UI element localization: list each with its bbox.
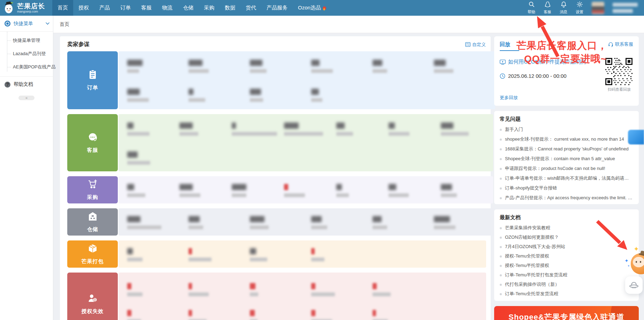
blurred-stat — [373, 216, 434, 229]
category-stats-授权失效 — [118, 273, 486, 320]
brand-logo[interactable]: 芒果店长 mangoerp.com — [0, 0, 52, 16]
nav-item-客服[interactable]: 客服 — [136, 0, 157, 16]
category-stats-订单 — [118, 51, 495, 109]
question-icon: ? — [5, 82, 10, 88]
nav-action-设置[interactable]: 设置 — [576, 1, 583, 15]
doc-item[interactable]: 芒果采集插件安装教程 — [500, 223, 633, 232]
doc-item[interactable]: 订单-Temu全托管发货流程 — [500, 289, 633, 298]
top-navbar: 芒果店长 mangoerp.com 首页授权产品订单客服物流仓储采购数据货代产品… — [0, 0, 644, 16]
clipboard-icon — [87, 69, 98, 84]
category-block-芒果打包[interactable]: 芒果打包 — [67, 240, 118, 268]
right-column: 回放 联系客服 如何用OZON轻小件提高产品利润 2025.06.12 00:0… — [494, 36, 639, 320]
doc-item[interactable]: 订单-Temu半托管打包发货流程 — [500, 270, 633, 280]
assistant-hat-button[interactable] — [625, 276, 643, 294]
nav-item-产品服务[interactable]: 产品服务 — [261, 0, 293, 16]
left-sidebar: 快捷菜单 快捷菜单管理Lazada产品刊登AE美国POP在线产品 ? 帮助文档 … — [0, 16, 53, 320]
faq-item[interactable]: 新手入门 — [500, 125, 633, 134]
blurred-stat — [232, 122, 284, 136]
blurred-stat — [434, 216, 495, 229]
doc-item[interactable]: 代打包采购操作说明（新） — [500, 280, 633, 289]
category-block-仓储[interactable]: 仓储 — [67, 208, 118, 236]
blurred-stat — [373, 60, 434, 73]
nav-item-产品[interactable]: 产品 — [94, 0, 115, 16]
main-menu: 首页授权产品订单客服物流仓储采购数据货代产品服务Ozon选品 — [52, 0, 332, 16]
shopee-entry-banner[interactable]: Shopee&芒果专属绿色入驻通道 — [494, 306, 639, 320]
username-blurred[interactable] — [613, 3, 638, 13]
sidebar-item-快捷菜单管理[interactable]: 快捷菜单管理 — [0, 34, 53, 47]
nav-item-首页[interactable]: 首页 — [52, 0, 73, 16]
category-block-客服[interactable]: 客服 — [67, 114, 118, 171]
sidebar-quick-menu-header[interactable]: 快捷菜单 — [0, 16, 53, 32]
contact-support-link[interactable]: 联系客服 — [608, 41, 633, 47]
faq-item[interactable]: Shopee全球-刊登提示：contain more than 5 attr_v… — [500, 154, 633, 164]
doc-item[interactable]: OZON店铺如何更新授权？ — [500, 232, 633, 242]
faq-item[interactable]: 申请跟踪号提示：product hsCode can not be null! — [500, 164, 633, 173]
brand-subtitle: mangoerp.com — [17, 10, 45, 13]
mango-mascot-widget[interactable]: ✦ ✦ ✦ — [625, 251, 644, 275]
category-row-授权失效: 授权失效 — [67, 273, 486, 320]
more-replays-link[interactable]: 更多回放 — [500, 95, 518, 101]
blurred-stat — [127, 122, 179, 136]
category-block-采购[interactable]: 采购 — [67, 176, 118, 203]
blurred-stat — [189, 248, 250, 261]
sidebar-item-AE美国POP在线产品[interactable]: AE美国POP在线产品 — [0, 60, 53, 74]
blurred-stat — [389, 122, 441, 136]
avatar[interactable] — [592, 2, 604, 14]
banner-text: Shopee&芒果专属绿色入驻通道 — [508, 312, 624, 320]
nav-item-Ozon选品[interactable]: Ozon选品 — [293, 0, 332, 16]
page-title: 卖家参谋 — [67, 41, 90, 48]
nav-item-采购[interactable]: 采购 — [199, 0, 220, 16]
blurred-stat — [311, 89, 373, 102]
sparkle-icon: ✦ — [624, 258, 629, 263]
category-block-订单[interactable]: 订单 — [67, 51, 118, 109]
category-block-授权失效[interactable]: 授权失效 — [67, 273, 118, 320]
doc-item[interactable]: 7月4日OZON线下大会-苏州站 — [500, 242, 633, 251]
nav-item-数据[interactable]: 数据 — [220, 0, 240, 16]
category-row-芒果打包: 芒果打包 — [67, 240, 486, 268]
faq-item[interactable]: 订单-申请单号提示：wish邮路向不支持此邮编，法属岛屿请选择对... — [500, 173, 633, 183]
nav-action-帮助[interactable]: 帮助 — [528, 1, 535, 15]
sparkle-icon: ✦ — [634, 246, 639, 252]
seller-advisor-panel: 卖家参谋 自定义 订单客服采购仓储芒果打包授权失效 — [60, 36, 491, 320]
faq-title: 常见问题 — [500, 116, 633, 122]
quick-menu-title: 快捷菜单 — [14, 21, 46, 27]
faq-item[interactable]: 产品-产品刊登提示：Api access frequency exceeds t… — [500, 193, 633, 203]
latest-docs-card: 最新文档 芒果采集插件安装教程OZON店铺如何更新授权？7月4日OZON线下大会… — [494, 209, 639, 301]
mango-logo-icon — [3, 1, 15, 15]
blurred-stat — [311, 310, 373, 320]
cart-icon — [87, 179, 98, 194]
nav-item-仓储[interactable]: 仓储 — [178, 0, 199, 16]
blurred-stat — [189, 216, 250, 229]
nav-item-授权[interactable]: 授权 — [73, 0, 94, 16]
doc-item[interactable]: 授权-Temu全托管授权 — [500, 251, 633, 261]
person-alert-icon — [87, 293, 98, 308]
search-icon — [528, 1, 535, 9]
nav-action-客服[interactable]: 客服 — [544, 1, 551, 15]
nav-item-货代[interactable]: 货代 — [240, 0, 261, 16]
blurred-stat — [189, 60, 250, 73]
nav-item-物流[interactable]: 物流 — [157, 0, 178, 16]
qq-floating-widget[interactable] — [628, 130, 644, 144]
customize-button[interactable]: 自定义 — [465, 42, 486, 48]
sidebar-item-help-docs[interactable]: ? 帮助文档 — [0, 76, 53, 92]
blurred-stat — [434, 60, 495, 73]
faq-item[interactable]: 订单-shopify提交平台报错 — [500, 183, 633, 193]
category-stats-采购 — [118, 176, 493, 203]
faq-item[interactable]: 1688采集提示：Cannot read property 'skuProps'… — [500, 144, 633, 154]
faq-item[interactable]: shopee全球-刊登提示： current value xxx, no mor… — [500, 134, 633, 144]
doc-item[interactable]: 授权-Temu半托管授权 — [500, 261, 633, 270]
navbar-right: 帮助客服消息设置 — [528, 0, 644, 16]
blurred-stat — [127, 310, 189, 320]
bell-icon — [560, 1, 567, 9]
blurred-stat — [127, 216, 189, 229]
annotation-line2: QQ群一定要进哦~ — [524, 52, 607, 66]
blurred-stat — [284, 122, 336, 136]
category-row-订单: 订单 — [67, 51, 486, 109]
blurred-stat — [250, 89, 311, 102]
blurred-stat — [127, 248, 189, 261]
nav-item-订单[interactable]: 订单 — [115, 0, 136, 16]
sidebar-collapse-button[interactable]: « — [18, 96, 34, 100]
nav-action-消息[interactable]: 消息 — [560, 1, 567, 15]
category-stats-客服 — [118, 114, 493, 171]
sidebar-item-Lazada产品刊登[interactable]: Lazada产品刊登 — [0, 47, 53, 60]
